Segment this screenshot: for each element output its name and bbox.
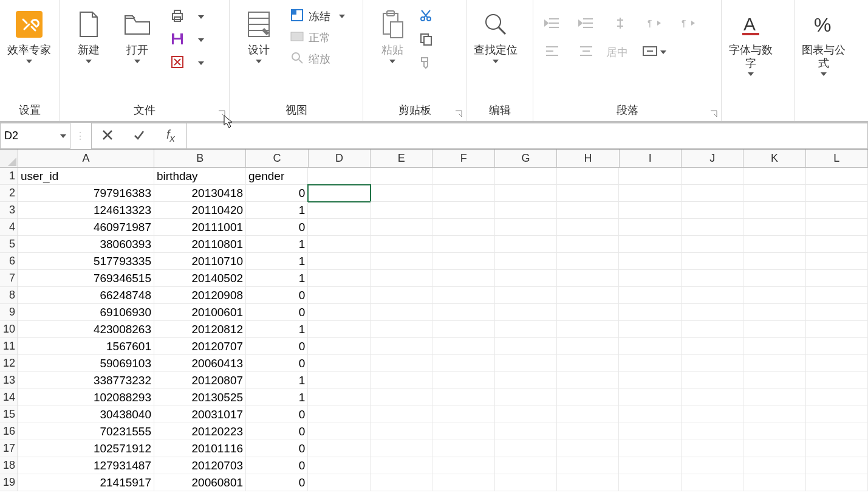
print-button[interactable] (166, 6, 208, 28)
open-file-button[interactable]: 打开 (113, 2, 162, 63)
cell[interactable] (557, 321, 619, 338)
cell[interactable] (371, 236, 432, 253)
cell[interactable]: 20110420 (154, 202, 246, 219)
cell[interactable] (495, 355, 557, 372)
align-left-button[interactable] (538, 41, 566, 63)
cell[interactable] (619, 202, 681, 219)
row-header[interactable]: 4 (0, 219, 18, 236)
row-header[interactable]: 9 (0, 304, 18, 321)
cell[interactable] (806, 253, 868, 270)
cell[interactable] (308, 202, 370, 219)
cell[interactable] (371, 389, 432, 406)
row-header[interactable]: 18 (0, 457, 18, 474)
cell[interactable] (743, 287, 805, 304)
cell[interactable] (619, 219, 681, 236)
cell[interactable] (308, 338, 370, 355)
cell[interactable] (432, 202, 494, 219)
cell[interactable] (743, 372, 805, 389)
cut-button[interactable] (419, 6, 432, 28)
cell[interactable] (619, 389, 681, 406)
merge-cells-button[interactable] (640, 41, 668, 63)
cell[interactable] (495, 406, 557, 423)
cell[interactable] (619, 270, 681, 287)
cell[interactable]: 797916383 (18, 185, 154, 202)
cell[interactable] (495, 236, 557, 253)
cell[interactable] (806, 185, 868, 202)
cell[interactable] (743, 321, 805, 338)
cell[interactable]: 59069103 (18, 355, 154, 372)
cell[interactable]: 20130418 (154, 185, 246, 202)
cell[interactable] (371, 253, 432, 270)
cell[interactable] (557, 474, 619, 491)
cell[interactable] (619, 304, 681, 321)
row-header[interactable]: 7 (0, 270, 18, 287)
efficiency-expert-button[interactable]: 效率专家 (5, 2, 53, 63)
cell[interactable] (432, 253, 494, 270)
cell[interactable] (619, 287, 681, 304)
row-header[interactable]: 10 (0, 321, 18, 338)
cell[interactable] (806, 440, 868, 457)
cell[interactable] (806, 474, 868, 491)
cell[interactable] (806, 389, 868, 406)
cell[interactable] (432, 236, 494, 253)
cells-area[interactable]: user_idbirthdaygender7979163832013041801… (18, 168, 868, 501)
cell[interactable] (557, 219, 619, 236)
cell[interactable]: 20110710 (154, 253, 246, 270)
cell[interactable]: 20110801 (154, 236, 246, 253)
cell[interactable]: 20111001 (154, 219, 246, 236)
cell[interactable] (371, 338, 432, 355)
cell[interactable] (806, 270, 868, 287)
cell[interactable] (432, 389, 494, 406)
cell[interactable] (557, 202, 619, 219)
cell[interactable] (432, 457, 494, 474)
cell[interactable] (743, 236, 805, 253)
increase-indent-button[interactable] (572, 13, 600, 35)
cell[interactable] (619, 236, 681, 253)
chart-formula-button[interactable]: % 图表与公式 (799, 2, 848, 76)
cell[interactable] (495, 185, 557, 202)
dialog-launcher-file[interactable] (218, 110, 227, 119)
cell[interactable] (743, 440, 805, 457)
cell[interactable]: user_id (18, 168, 154, 185)
cancel-formula-button[interactable] (92, 129, 123, 143)
cell[interactable] (371, 440, 432, 457)
cell[interactable] (371, 423, 432, 440)
cell[interactable]: 20120812 (154, 321, 246, 338)
format-painter-button[interactable] (419, 52, 432, 74)
cell[interactable] (308, 423, 370, 440)
cell[interactable]: 460971987 (18, 219, 154, 236)
cell[interactable]: 20120703 (154, 457, 246, 474)
column-header[interactable]: I (620, 150, 682, 168)
cell[interactable] (743, 168, 805, 185)
cell[interactable]: 20130525 (154, 389, 246, 406)
cell[interactable]: 423008263 (18, 321, 154, 338)
cell[interactable] (308, 474, 370, 491)
cell[interactable] (682, 219, 743, 236)
paste-button[interactable]: 粘贴 (368, 2, 417, 63)
cell[interactable] (682, 355, 743, 372)
cell[interactable] (495, 457, 557, 474)
cell[interactable]: 20060413 (154, 355, 246, 372)
cell[interactable] (557, 185, 619, 202)
cell[interactable] (432, 185, 494, 202)
freeze-panes-button[interactable]: 冻结 (287, 6, 349, 27)
cell[interactable]: 38060393 (18, 236, 154, 253)
cell[interactable] (682, 423, 743, 440)
name-box[interactable]: D2 (0, 123, 70, 149)
cell[interactable] (495, 304, 557, 321)
column-header[interactable]: E (371, 150, 432, 168)
copy-button[interactable] (419, 29, 432, 51)
cell[interactable] (308, 389, 370, 406)
cell[interactable] (308, 304, 370, 321)
formula-bar-drag-handle[interactable]: ⋮ (70, 123, 91, 149)
cell[interactable] (743, 355, 805, 372)
cell[interactable]: 20101116 (154, 440, 246, 457)
cell[interactable] (308, 253, 370, 270)
cell[interactable] (619, 253, 681, 270)
cell[interactable] (371, 406, 432, 423)
cell[interactable] (743, 270, 805, 287)
row-header[interactable]: 5 (0, 236, 18, 253)
cell[interactable] (557, 304, 619, 321)
cell[interactable] (682, 457, 743, 474)
cell[interactable] (743, 202, 805, 219)
